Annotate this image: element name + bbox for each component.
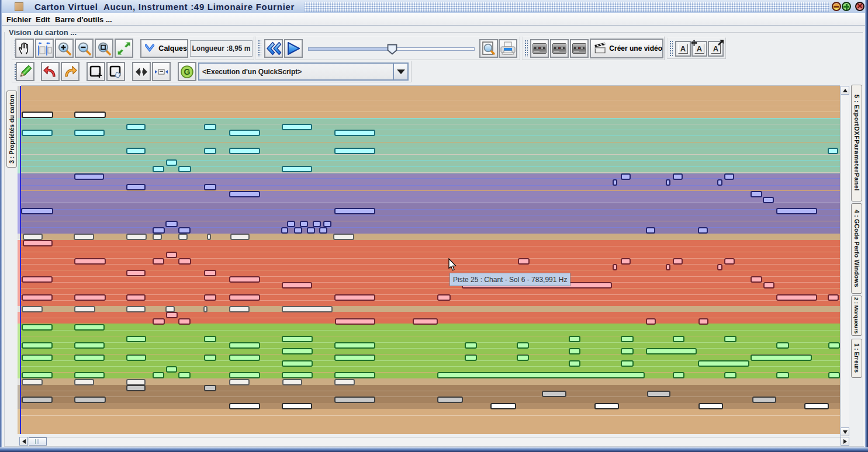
svg-text:G: G xyxy=(184,67,191,77)
